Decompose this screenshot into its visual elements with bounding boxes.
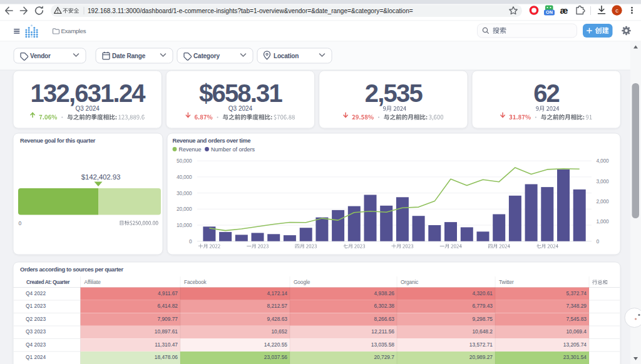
svg-text:Revenue: Revenue: [179, 146, 202, 153]
svg-text:Q4 2022: Q4 2022: [26, 290, 46, 296]
svg-text:6,302.38: 6,302.38: [374, 303, 394, 309]
svg-text:6,779.43: 6,779.43: [472, 303, 493, 309]
svg-text:2,535: 2,535: [365, 79, 423, 107]
svg-text:13,572.71: 13,572.71: [469, 341, 493, 348]
svg-text:Affiliate: Affiliate: [85, 279, 101, 285]
svg-text:8,266.63: 8,266.63: [374, 316, 394, 322]
svg-text:4,938.26: 4,938.26: [374, 290, 394, 296]
svg-text:2,000: 2,000: [597, 198, 610, 205]
svg-text:62: 62: [533, 79, 559, 107]
svg-text:Vendor: Vendor: [30, 53, 51, 59]
svg-text:Q4 2023: Q4 2023: [26, 341, 46, 348]
svg-text:0: 0: [19, 220, 22, 226]
svg-text:12,211.56: 12,211.56: [371, 328, 394, 335]
svg-text:8,212.57: 8,212.57: [267, 303, 287, 309]
svg-text:10,648.2: 10,648.2: [472, 328, 493, 335]
svg-text:c: c: [615, 7, 618, 14]
svg-text:10,897.61: 10,897.61: [155, 328, 178, 335]
svg-text:20,000: 20,000: [177, 206, 192, 212]
svg-text:23,037.56: 23,037.56: [264, 354, 288, 360]
svg-text:50,000: 50,000: [177, 158, 192, 164]
svg-text:10,069.4: 10,069.4: [566, 328, 587, 335]
svg-text:Orders according to sources pe: Orders according to sources per quarter: [20, 266, 123, 273]
svg-text:Revenue goal for this quarter: Revenue goal for this quarter: [20, 137, 96, 144]
svg-text:5,372.74: 5,372.74: [566, 290, 587, 296]
svg-text:30,000: 30,000: [177, 190, 192, 196]
svg-text:13,035.58: 13,035.58: [371, 341, 395, 348]
svg-text:Q1 2024: Q1 2024: [26, 354, 46, 360]
svg-text:132,631.24: 132,631.24: [31, 79, 146, 107]
svg-text:$142,402.93: $142,402.93: [81, 173, 120, 181]
svg-text:4,320.61: 4,320.61: [472, 290, 493, 296]
svg-text:10,000: 10,000: [177, 222, 192, 228]
svg-text:Q3 2024: Q3 2024: [228, 105, 253, 112]
svg-text:Google: Google: [294, 279, 310, 285]
svg-text:9,428.63: 9,428.63: [267, 316, 287, 322]
svg-text:7,909.77: 7,909.77: [157, 316, 178, 322]
svg-text:Q1 2023: Q1 2023: [26, 303, 46, 309]
svg-text:10,652: 10,652: [271, 328, 287, 335]
svg-text:æ: æ: [560, 6, 568, 16]
svg-text:40,000: 40,000: [177, 174, 192, 180]
svg-text:Q3 2024: Q3 2024: [76, 105, 100, 112]
svg-text:23,301.54: 23,301.54: [563, 354, 587, 360]
svg-text:Examples: Examples: [61, 28, 86, 34]
svg-text:0: 0: [597, 238, 600, 245]
svg-text:0: 0: [189, 238, 192, 245]
svg-text:Q3 2023: Q3 2023: [26, 328, 46, 335]
svg-text:Twitter: Twitter: [499, 279, 514, 285]
svg-text:Created At: Quarter: Created At: Quarter: [26, 279, 70, 285]
svg-text:Q2 2023: Q2 2023: [26, 316, 46, 322]
svg-text:ON: ON: [546, 9, 553, 15]
svg-text:7,348.29: 7,348.29: [566, 303, 587, 309]
svg-text:13,205.74: 13,205.74: [563, 341, 587, 348]
svg-text:1,000: 1,000: [597, 218, 610, 225]
svg-text:Facebook: Facebook: [184, 279, 207, 285]
svg-text:20,989.27: 20,989.27: [469, 354, 493, 360]
svg-text:18,478.06: 18,478.06: [155, 354, 178, 360]
svg-text:20,729.7: 20,729.7: [374, 354, 394, 360]
svg-text:7,545.83: 7,545.83: [566, 316, 587, 322]
svg-text:3,000: 3,000: [597, 178, 610, 185]
svg-text:4,000: 4,000: [597, 158, 610, 164]
svg-text:11,310.47: 11,310.47: [155, 341, 178, 348]
svg-text:Location: Location: [274, 53, 299, 59]
svg-text:6,414.82: 6,414.82: [157, 303, 178, 309]
svg-text:Number of orders: Number of orders: [211, 146, 255, 153]
svg-text:9,298.75: 9,298.75: [472, 316, 493, 322]
svg-text:4,911.67: 4,911.67: [158, 290, 178, 296]
svg-text:$658.31: $658.31: [199, 79, 283, 107]
svg-text:4,172.14: 4,172.14: [267, 290, 287, 296]
svg-text:14,220.55: 14,220.55: [264, 341, 288, 348]
svg-text:Date Range: Date Range: [112, 53, 146, 59]
svg-text:Organic: Organic: [401, 279, 418, 285]
svg-text:Revenue and orders over time: Revenue and orders over time: [173, 137, 251, 144]
svg-text:192.168.3.11:3000/dashboard/1-: 192.168.3.11:3000/dashboard/1-e-commerce…: [88, 8, 413, 14]
svg-text:Category: Category: [193, 53, 220, 59]
